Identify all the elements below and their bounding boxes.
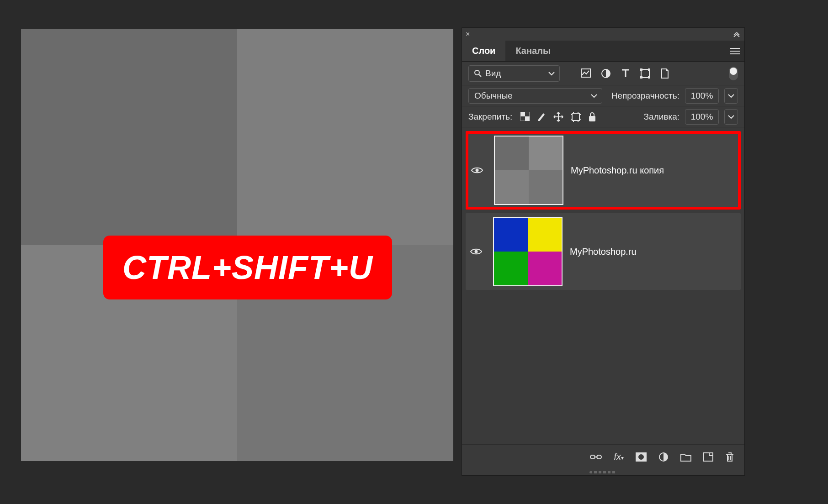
svg-rect-7	[648, 76, 650, 79]
new-adjustment-layer-icon[interactable]	[658, 452, 669, 462]
chevron-down-icon	[591, 94, 597, 98]
panel-resize-grip[interactable]	[462, 469, 744, 475]
layers-panel-footer: fx▾	[462, 444, 744, 469]
opacity-label: Непрозрачность:	[611, 91, 679, 101]
opacity-flyout-button[interactable]	[724, 88, 738, 104]
blend-mode-dropdown[interactable]: Обычные	[468, 88, 602, 104]
layer-filter-kind-dropdown[interactable]: Вид	[468, 65, 560, 82]
layer-thumbnail[interactable]	[493, 217, 563, 286]
fill-flyout-button[interactable]	[724, 109, 738, 125]
filter-shape-icon[interactable]	[640, 68, 650, 79]
svg-rect-9	[525, 116, 530, 121]
layers-list[interactable]: MyPhotoshop.ru копия MyPhotoshop.ru	[462, 127, 744, 444]
link-layers-icon[interactable]	[590, 453, 602, 461]
blend-mode-value: Обычные	[474, 91, 513, 101]
collapse-panel-icon[interactable]	[732, 31, 741, 37]
filter-smartobject-icon[interactable]	[660, 68, 669, 79]
canvas-quadrant	[21, 29, 237, 245]
svg-rect-8	[520, 112, 525, 116]
lock-artboard-icon[interactable]	[571, 112, 581, 122]
close-panel-icon[interactable]: ×	[466, 30, 470, 38]
filter-kind-label: Вид	[485, 68, 501, 79]
layer-row[interactable]: MyPhotoshop.ru	[466, 213, 741, 290]
svg-point-18	[638, 454, 644, 460]
filter-type-text-icon[interactable]	[621, 68, 630, 79]
shortcut-overlay: CTRL+SHIFT+U	[103, 236, 392, 299]
panel-menu-icon[interactable]	[730, 47, 740, 55]
visibility-toggle-icon[interactable]	[471, 166, 487, 174]
panel-titlebar: ×	[462, 28, 744, 41]
new-layer-icon[interactable]	[703, 452, 713, 462]
chevron-down-icon	[548, 71, 555, 76]
tab-layers[interactable]: Слои	[462, 41, 505, 61]
tab-channels[interactable]: Каналы	[505, 41, 561, 61]
svg-rect-6	[640, 76, 642, 79]
svg-rect-12	[589, 116, 595, 121]
lock-all-icon[interactable]	[588, 112, 596, 122]
svg-rect-5	[648, 68, 650, 71]
svg-rect-20	[704, 453, 713, 461]
lock-transparency-icon[interactable]	[520, 112, 530, 122]
layer-row[interactable]: MyPhotoshop.ru копия	[466, 131, 741, 210]
filter-toggle-switch[interactable]	[729, 67, 738, 80]
add-mask-icon[interactable]	[636, 452, 647, 462]
lock-fill-row: Закрепить: Заливка: 100%	[462, 106, 744, 127]
fill-value-input[interactable]: 100%	[685, 109, 719, 125]
delete-layer-icon[interactable]	[725, 452, 734, 462]
panel-tabs: Слои Каналы	[462, 41, 744, 62]
filter-type-icons	[581, 68, 669, 79]
search-icon	[474, 70, 482, 77]
layer-name-label[interactable]: MyPhotoshop.ru копия	[571, 165, 664, 176]
lock-label: Закрепить:	[468, 112, 512, 122]
svg-rect-4	[640, 68, 642, 71]
new-group-icon[interactable]	[680, 452, 691, 462]
fill-label: Заливка:	[644, 112, 679, 122]
opacity-value-input[interactable]: 100%	[685, 88, 719, 104]
svg-point-0	[475, 70, 479, 75]
blend-opacity-row: Обычные Непрозрачность: 100%	[462, 85, 744, 106]
lock-icons	[520, 112, 596, 122]
layer-name-label[interactable]: MyPhotoshop.ru	[570, 247, 637, 257]
layer-style-fx-icon[interactable]: fx▾	[614, 452, 624, 462]
lock-position-icon[interactable]	[553, 112, 563, 122]
lock-pixels-icon[interactable]	[537, 112, 546, 122]
layer-thumbnail[interactable]	[494, 136, 563, 205]
visibility-toggle-icon[interactable]	[470, 247, 486, 256]
layers-panel: × Слои Каналы Вид	[462, 27, 745, 476]
svg-point-14	[475, 250, 478, 253]
document-canvas[interactable]: CTRL+SHIFT+U	[21, 29, 453, 461]
svg-rect-11	[572, 113, 579, 121]
canvas-quadrant	[237, 29, 453, 245]
filter-adjustment-icon[interactable]	[601, 68, 611, 79]
svg-point-13	[476, 169, 479, 172]
layer-filter-row: Вид	[462, 62, 744, 85]
filter-pixel-icon[interactable]	[581, 68, 591, 79]
